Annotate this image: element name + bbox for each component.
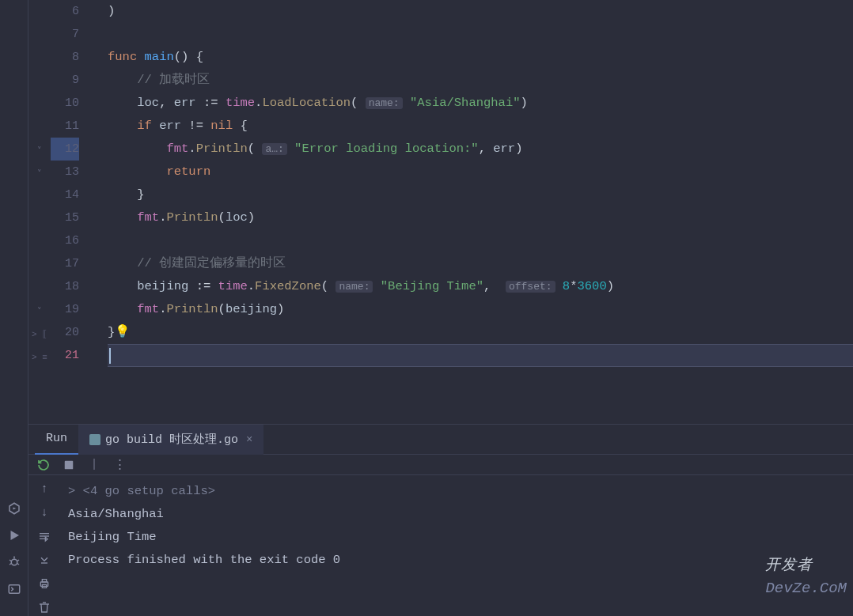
svg-line-7 xyxy=(9,564,11,565)
scroll-up-icon[interactable]: ↑ xyxy=(36,480,53,497)
run-tool-icon[interactable] xyxy=(6,527,22,543)
terminal-icon[interactable] xyxy=(6,581,22,597)
inlay-hint: offset: xyxy=(506,281,555,293)
bottom-panel: Run go build 时区处理.go × | ⋮ ↑ ↓ > < xyxy=(28,424,853,616)
divider: | xyxy=(87,458,101,472)
svg-point-3 xyxy=(11,559,17,565)
debug-icon[interactable] xyxy=(6,554,22,570)
caret xyxy=(109,348,111,364)
svg-marker-2 xyxy=(10,531,19,540)
main-column: ˅˅ ˅> ⟦> ≡ 6 7 8 9 10 11 12 13 14 15 16 … xyxy=(28,0,853,616)
run-gutter: ↑ ↓ xyxy=(28,475,60,616)
services-icon[interactable] xyxy=(6,501,22,516)
svg-rect-9 xyxy=(9,585,20,594)
tab-build-config[interactable]: go build 时区处理.go × xyxy=(78,425,263,455)
panel-tabs: Run go build 时区处理.go × xyxy=(28,425,853,455)
inlay-hint: name: xyxy=(336,281,373,293)
svg-marker-1 xyxy=(13,508,16,510)
fold-gutter: ˅˅ ˅> ⟦> ≡ xyxy=(28,0,51,424)
code-content[interactable]: ) func main() { // 加载时区 loc, err := time… xyxy=(89,0,853,424)
tool-window-bar xyxy=(0,0,28,616)
scroll-down-icon[interactable]: ↓ xyxy=(36,504,53,521)
svg-rect-12 xyxy=(65,460,74,469)
close-icon[interactable]: × xyxy=(246,433,252,446)
svg-line-5 xyxy=(9,560,11,561)
svg-line-6 xyxy=(17,560,18,561)
svg-rect-17 xyxy=(42,580,46,582)
tab-run[interactable]: Run xyxy=(35,425,78,455)
stop-icon[interactable] xyxy=(62,458,76,472)
go-file-icon xyxy=(89,434,100,445)
line-number-gutter: 6 7 8 9 10 11 12 13 14 15 16 17 18 19 20… xyxy=(51,0,89,424)
console-line: Beijing Time xyxy=(68,526,845,549)
svg-rect-11 xyxy=(89,434,100,445)
svg-line-8 xyxy=(17,564,18,565)
editor-area[interactable]: ˅˅ ˅> ⟦> ≡ 6 7 8 9 10 11 12 13 14 15 16 … xyxy=(28,0,853,424)
print-icon[interactable] xyxy=(36,575,53,592)
intention-bulb-icon[interactable]: 💡 xyxy=(115,325,130,339)
soft-wrap-icon[interactable] xyxy=(36,527,53,545)
trash-icon[interactable] xyxy=(36,599,53,616)
console-line: Asia/Shanghai xyxy=(68,503,845,526)
panel-toolbar: | ⋮ xyxy=(28,455,853,475)
rerun-icon[interactable] xyxy=(36,458,51,472)
fold-icon[interactable]: > xyxy=(68,484,83,498)
tab-label: go build 时区处理.go xyxy=(105,432,238,447)
console-line: Process finished with the exit code 0 xyxy=(68,549,845,572)
inlay-hint: a…: xyxy=(262,143,286,155)
scroll-to-end-icon[interactable] xyxy=(36,551,53,569)
console-output[interactable]: > <4 go setup calls> Asia/Shanghai Beiji… xyxy=(60,475,853,616)
more-icon[interactable]: ⋮ xyxy=(112,458,127,472)
inlay-hint: name: xyxy=(366,97,403,109)
